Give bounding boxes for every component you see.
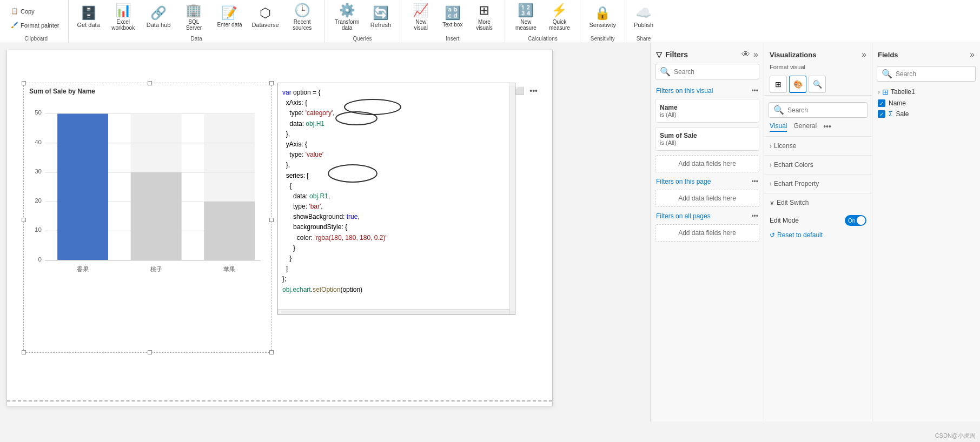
fields-search-icon: 🔍 xyxy=(882,69,892,79)
resize-handle-t[interactable] xyxy=(148,81,152,85)
copy-button[interactable]: 📋 Copy xyxy=(6,4,64,18)
viz-expand-icon[interactable]: » xyxy=(862,50,866,59)
publish-button[interactable]: ☁️ Publish xyxy=(630,1,658,33)
filter-search-input[interactable] xyxy=(674,68,754,76)
dataverse-button[interactable]: ⬡ Dataverse xyxy=(248,1,283,33)
svg-text:40: 40 xyxy=(35,139,42,145)
insert-section: 📈 New visual 🔡 Text box ⊞ More visuals I… xyxy=(400,0,505,43)
name-filter-card: Name is (All) xyxy=(655,99,759,123)
viz-icon-format[interactable]: 🎨 xyxy=(789,76,806,93)
filters-on-all-pages-header: Filters on all pages ••• xyxy=(651,209,764,222)
edit-switch-title[interactable]: ∨ Edit Switch xyxy=(770,196,866,210)
viz-panel-header: Visualizations » xyxy=(764,48,872,64)
edit-mode-toggle[interactable]: On xyxy=(845,215,866,226)
more-options-icon[interactable]: ••• xyxy=(528,85,539,96)
recent-sources-button[interactable]: 🕒 Recent sources xyxy=(284,1,320,33)
data-hub-button[interactable]: 🔗 Data hub xyxy=(142,1,175,33)
transform-data-button[interactable]: ⚙️ Transform data xyxy=(329,1,365,33)
quick-measure-button[interactable]: ⚡ Quick measure xyxy=(543,1,575,33)
calculations-section: 🔢 New measure ⚡ Quick measure Calculatio… xyxy=(505,0,580,43)
echart-colors-title[interactable]: › Echart Colors xyxy=(770,158,866,172)
canvas-inner: ▽ ⬜ ••• Sum of Sale by Name xyxy=(6,50,553,406)
eye-icon[interactable]: 👁 xyxy=(741,50,750,59)
editor-scrollbar-horizontal[interactable] xyxy=(278,309,509,314)
sensitivity-button[interactable]: 🔒 Sensitivity xyxy=(585,1,620,33)
svg-rect-15 xyxy=(57,113,108,260)
resize-handle-r[interactable] xyxy=(269,218,274,222)
format-painter-icon: 🖌️ xyxy=(11,22,18,29)
viz-search-icon: 🔍 xyxy=(773,105,784,115)
viz-search-input[interactable] xyxy=(787,106,863,114)
text-box-button[interactable]: 🔡 Text box xyxy=(438,1,467,33)
resize-handle-b[interactable] xyxy=(148,350,152,354)
fields-search-input[interactable] xyxy=(896,70,971,78)
field-sale-label: Sale xyxy=(896,110,909,118)
tab-general[interactable]: General xyxy=(793,122,817,132)
sum-filter-card: Sum of Sale is (All) xyxy=(655,127,759,151)
format-painter-button[interactable]: 🖌️ Format painter xyxy=(6,18,64,32)
copy-icon: 📋 xyxy=(11,8,18,15)
new-visual-button[interactable]: 📈 New visual xyxy=(405,1,437,33)
svg-text:桃子: 桃子 xyxy=(150,266,162,272)
edit-mode-row: Edit Mode On xyxy=(764,212,872,229)
refresh-button[interactable]: 🔄 Refresh xyxy=(366,1,396,33)
tab-visual[interactable]: Visual xyxy=(770,122,787,132)
viz-search-box[interactable]: 🔍 xyxy=(769,102,868,118)
filters-page-more[interactable]: ••• xyxy=(751,178,758,185)
echart-property-section: › Echart Property xyxy=(764,174,872,193)
code-editor-content[interactable]: var option = { xAxis: { type: 'category'… xyxy=(278,83,515,314)
sensitivity-icon: 🔒 xyxy=(594,5,611,21)
resize-handle-tl[interactable] xyxy=(22,81,26,85)
sensitivity-section: 🔒 Sensitivity Sensitivity xyxy=(580,0,625,43)
resize-handle-l[interactable] xyxy=(22,218,26,222)
reset-icon: ↺ xyxy=(770,231,775,239)
svg-text:20: 20 xyxy=(35,197,42,204)
viz-icon-table[interactable]: ⊞ xyxy=(770,76,787,93)
fields-panel-header: Fields » xyxy=(872,48,980,64)
fields-panel: Fields » 🔍 › ⊞ Tabelle1 ✓ Name ✓ Σ Sale xyxy=(872,43,980,421)
resize-handle-br[interactable] xyxy=(269,350,274,354)
field-name: ✓ Name xyxy=(872,98,980,109)
field-name-label: Name xyxy=(889,99,906,107)
viz-panel: Visualizations » Format visual ⊞ 🎨 🔍 🔍 V… xyxy=(764,43,872,421)
add-fields-page-btn[interactable]: Add data fields here xyxy=(655,190,759,207)
canvas-bottom-dots xyxy=(7,400,552,406)
publish-icon: ☁️ xyxy=(635,5,652,21)
fields-expand-icon[interactable]: » xyxy=(970,50,975,59)
reset-to-default-button[interactable]: ↺ Reset to default xyxy=(764,229,872,241)
viz-tab-more[interactable]: ••• xyxy=(823,122,831,132)
more-visuals-button[interactable]: ⊞ More visuals xyxy=(468,1,500,33)
new-visual-icon: 📈 xyxy=(413,3,429,18)
toggle-knob xyxy=(857,216,865,225)
viz-icon-analytics[interactable]: 🔍 xyxy=(809,76,826,93)
expand-panel-icon[interactable]: » xyxy=(753,50,758,59)
editor-scrollbar-vertical[interactable] xyxy=(509,83,515,314)
table-icon: ⊞ xyxy=(882,88,889,96)
enter-data-icon: 📝 xyxy=(221,5,237,21)
field-sale-checkbox[interactable]: ✓ xyxy=(878,110,885,118)
expand-visual-icon[interactable]: ⬜ xyxy=(514,85,525,96)
excel-button[interactable]: 📊 Excel workbook xyxy=(105,1,141,33)
share-section: ☁️ Publish Share xyxy=(625,0,662,43)
filters-all-more[interactable]: ••• xyxy=(751,212,758,220)
license-section: › License xyxy=(764,136,872,155)
sql-server-button[interactable]: 🏢 SQL Server xyxy=(176,1,211,33)
fields-search-box[interactable]: 🔍 xyxy=(877,66,976,82)
enter-data-button[interactable]: 📝 Enter data xyxy=(213,1,246,33)
add-fields-all-pages-btn[interactable]: Add data fields here xyxy=(655,224,759,242)
filters-visual-more[interactable]: ••• xyxy=(751,87,758,95)
field-name-checkbox[interactable]: ✓ xyxy=(878,99,885,107)
chart-visual: Sum of Sale by Name 50 40 30 20 10 0 xyxy=(23,83,272,353)
license-title[interactable]: › License xyxy=(770,139,866,153)
get-data-button[interactable]: 🗄️ Get data xyxy=(73,1,104,33)
resize-handle-tr[interactable] xyxy=(269,81,274,85)
table-item[interactable]: › ⊞ Tabelle1 xyxy=(872,86,980,98)
more-visuals-icon: ⊞ xyxy=(479,3,489,18)
new-measure-button[interactable]: 🔢 New measure xyxy=(509,1,542,33)
echart-property-title[interactable]: › Echart Property xyxy=(770,177,866,191)
resize-handle-bl[interactable] xyxy=(22,350,26,354)
refresh-icon: 🔄 xyxy=(373,5,389,21)
add-fields-visual-btn[interactable]: Add data fields here xyxy=(655,155,759,172)
filter-search-box[interactable]: 🔍 xyxy=(655,64,759,79)
svg-text:0: 0 xyxy=(38,256,42,263)
